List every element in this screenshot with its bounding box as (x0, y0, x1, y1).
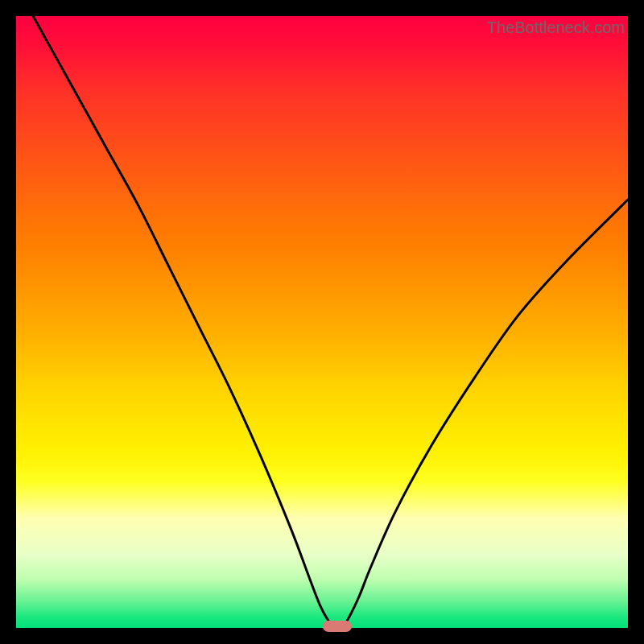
bottleneck-curve (16, 16, 628, 628)
chart-frame: TheBottleneck.com (0, 0, 644, 644)
optimal-indicator (323, 621, 352, 632)
plot-area: TheBottleneck.com (16, 16, 628, 628)
